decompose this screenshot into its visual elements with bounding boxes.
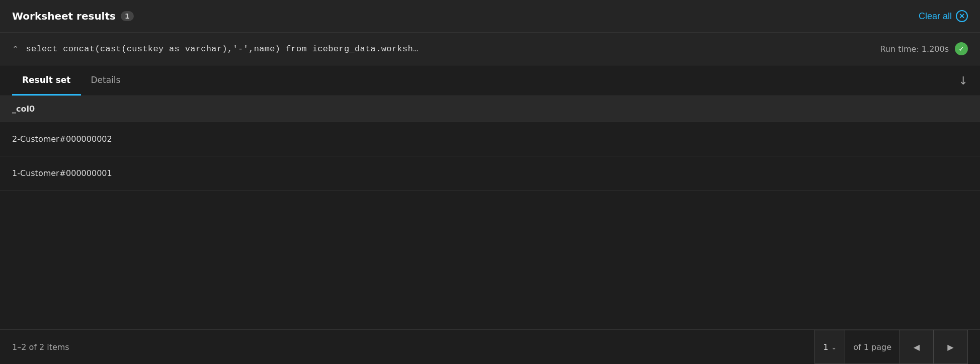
pagination-info: 1–2 of 2 items: [12, 342, 69, 352]
table-row: 1-Customer#000000001: [0, 156, 980, 191]
query-right: Run time: 1.200s ✓: [880, 42, 968, 55]
page-selector[interactable]: 1 ⌄: [814, 330, 845, 364]
table-header: _col0: [0, 96, 980, 122]
header-right: Clear all ✕: [919, 10, 968, 22]
tabs-right: ↓: [959, 74, 968, 87]
query-row: ⌃ select concat(cast(custkey as varchar)…: [0, 33, 980, 65]
next-page-button[interactable]: ▶: [934, 330, 968, 364]
query-text: select concat(cast(custkey as varchar),'…: [26, 44, 418, 54]
tabs-row: Result set Details ↓: [0, 65, 980, 96]
header-left: Worksheet results 1: [12, 10, 134, 22]
chevron-up-icon[interactable]: ⌃: [12, 44, 19, 54]
clear-all-label: Clear all: [919, 11, 952, 22]
clear-all-button[interactable]: Clear all ✕: [919, 10, 968, 22]
worksheet-results-panel: Worksheet results 1 Clear all ✕ ⌃ select…: [0, 0, 980, 364]
result-count-badge: 1: [121, 11, 134, 21]
pagination-row: 1–2 of 2 items 1 ⌄ of 1 page ◀ ▶: [0, 329, 980, 364]
of-page-label: of 1 page: [845, 330, 900, 364]
header-row: Worksheet results 1 Clear all ✕: [0, 0, 980, 33]
run-time-label: Run time: 1.200s: [880, 44, 949, 54]
cell-col0-row1: 2-Customer#000000002: [12, 134, 112, 144]
tab-result-set[interactable]: Result set: [12, 65, 81, 96]
success-icon: ✓: [955, 42, 968, 55]
tabs-left: Result set Details: [12, 65, 130, 96]
query-left: ⌃ select concat(cast(custkey as varchar)…: [12, 44, 419, 54]
table-body: 2-Customer#000000002 1-Customer#00000000…: [0, 122, 980, 329]
table-row: 2-Customer#000000002: [0, 122, 980, 156]
close-icon: ✕: [956, 10, 968, 22]
chevron-down-icon: ⌄: [831, 343, 837, 351]
prev-icon: ◀: [914, 342, 920, 352]
panel-title: Worksheet results: [12, 10, 116, 22]
column-header-col0: _col0: [12, 104, 35, 114]
page-number: 1: [823, 342, 828, 352]
prev-page-button[interactable]: ◀: [900, 330, 934, 364]
download-icon[interactable]: ↓: [959, 74, 968, 87]
pagination-controls: 1 ⌄ of 1 page ◀ ▶: [814, 330, 968, 364]
next-icon: ▶: [947, 342, 953, 352]
cell-col0-row2: 1-Customer#000000001: [12, 168, 112, 178]
tab-details[interactable]: Details: [81, 65, 131, 96]
